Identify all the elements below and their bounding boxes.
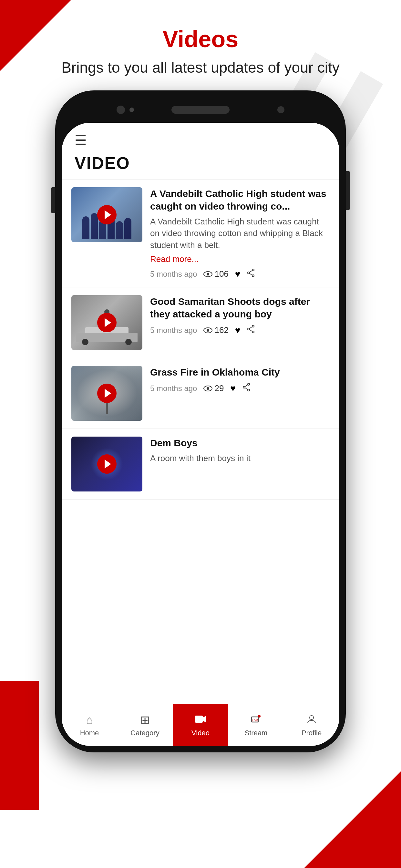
svg-point-15 [207,387,209,390]
page-header: Videos Brings to you all latest updates … [0,26,401,76]
video-time: 5 months ago [150,384,197,393]
phone-side-button-right [346,171,350,210]
video-thumbnail[interactable] [71,366,143,421]
bg-bottom-right-decoration [304,771,401,868]
video-time: 5 months ago [150,326,197,335]
app-section-title: VIDEO [74,153,327,173]
nav-label-profile: Profile [302,729,321,737]
nav-label-stream: Stream [245,729,268,737]
share-button[interactable] [242,383,251,394]
read-more-link[interactable]: Read more... [150,254,330,264]
views-icon [204,271,212,277]
video-title: Good Samaritan Shoots dogs after they at… [150,295,330,320]
svg-point-25 [258,715,260,717]
share-button[interactable] [247,269,255,279]
play-button[interactable] [97,454,117,474]
category-icon: ⊞ [140,713,150,727]
app-header: ☰ VIDEO [62,123,339,180]
svg-line-20 [245,388,248,390]
views-icon [204,328,212,333]
page-title: Videos [0,26,401,52]
like-button[interactable]: ♥ [235,325,241,336]
nav-label-category: Category [130,729,159,737]
bottom-navigation: ⌂ Home ⊞ Category Video [62,704,339,746]
phone-screen: ☰ VIDEO [62,123,339,746]
video-info: Good Samaritan Shoots dogs after they at… [150,295,330,336]
video-info: Grass Fire in Oklahoma City 5 months ago… [150,366,330,394]
video-description: A Vandebilt Catholic High student was ca… [150,216,330,251]
svg-point-10 [252,331,254,333]
svg-line-12 [250,327,252,329]
profile-icon [306,713,317,727]
bg-bottom-left-decoration [0,681,39,810]
video-thumbnail[interactable] [71,295,143,350]
svg-line-5 [250,271,252,273]
svg-rect-21 [195,716,203,723]
notch-camera-left [117,105,125,114]
video-time: 5 months ago [150,270,197,279]
video-info: A Vandebilt Catholic High student was ca… [150,187,330,279]
play-triangle-icon [104,460,111,469]
views-icon [204,385,212,392]
notch-speaker [172,106,229,114]
share-icon [247,325,255,333]
video-item[interactable]: Grass Fire in Oklahoma City 5 months ago… [62,358,339,429]
video-views: 106 [204,269,228,279]
video-views: 162 [204,325,228,335]
video-title: Grass Fire in Oklahoma City [150,366,330,378]
phone-notch-area [62,97,339,123]
svg-point-9 [252,325,254,327]
svg-point-1 [207,273,209,275]
play-button[interactable] [97,205,117,224]
svg-point-2 [252,269,254,271]
video-item[interactable]: ★ Dem Boys A room with them boys in it [62,429,339,500]
svg-point-4 [248,272,250,274]
svg-line-19 [245,385,248,387]
video-meta: 5 months ago 29 ♥ [150,383,330,394]
video-description: A room with them boys in it [150,453,330,464]
nav-item-profile[interactable]: Profile [284,704,339,746]
notch-dot [129,107,134,112]
nav-item-category[interactable]: ⊞ Category [117,704,173,746]
video-views: 29 [204,383,224,393]
share-icon [247,269,255,277]
video-title: A Vandebilt Catholic High student was ca… [150,187,330,213]
phone-side-button-left [51,187,55,213]
svg-line-6 [250,274,252,275]
play-button[interactable] [97,383,117,403]
play-button[interactable] [97,313,117,332]
video-list: A Vandebilt Catholic High student was ca… [62,180,339,704]
page-subtitle: Brings to you all latest updates of your… [0,59,401,76]
svg-point-11 [248,328,250,330]
phone-frame: ☰ VIDEO [55,90,346,752]
share-button[interactable] [247,325,255,336]
nav-item-stream[interactable]: LIVE Stream [228,704,284,746]
video-item[interactable]: Good Samaritan Shoots dogs after they at… [62,287,339,358]
svg-point-17 [248,389,250,391]
video-meta: 5 months ago 162 ♥ [150,325,330,336]
notch-camera-right [277,106,284,113]
play-triangle-icon [104,389,111,398]
stream-icon: LIVE [250,713,262,727]
share-icon [242,383,251,392]
svg-point-16 [248,383,250,385]
svg-point-8 [207,329,209,332]
play-triangle-icon [104,318,111,327]
nav-item-video[interactable]: Video [173,704,228,746]
video-item[interactable]: A Vandebilt Catholic High student was ca… [62,180,339,287]
video-thumbnail[interactable]: ★ [71,437,143,492]
hamburger-icon[interactable]: ☰ [74,132,327,148]
home-icon: ⌂ [86,713,93,727]
nav-item-home[interactable]: ⌂ Home [62,704,117,746]
play-triangle-icon [104,210,111,219]
video-thumbnail[interactable] [71,187,143,242]
like-button[interactable]: ♥ [230,383,236,394]
video-meta: 5 months ago 106 ♥ [150,269,330,279]
like-button[interactable]: ♥ [235,269,241,279]
nav-label-video: Video [191,729,210,737]
svg-point-3 [252,275,254,277]
nav-label-home: Home [80,729,99,737]
svg-line-13 [250,330,252,332]
video-info: Dem Boys A room with them boys in it [150,437,330,464]
video-title: Dem Boys [150,437,330,449]
